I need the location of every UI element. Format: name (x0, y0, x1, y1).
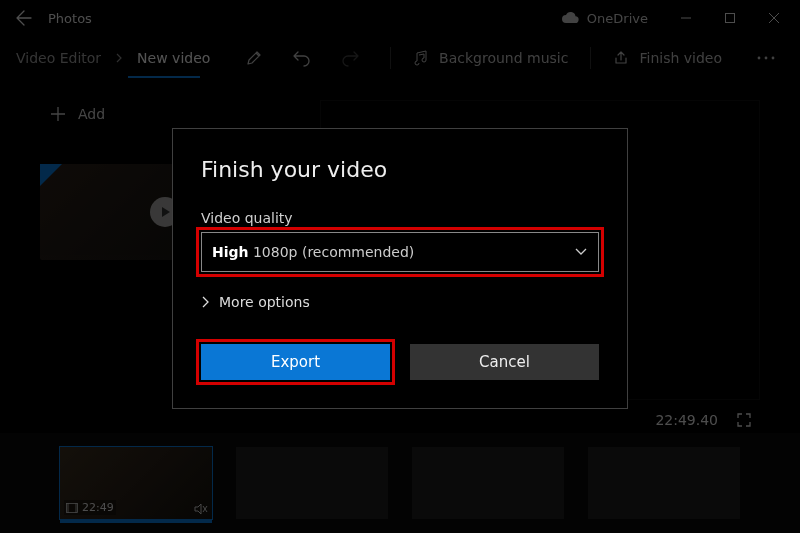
export-button-label: Export (271, 353, 320, 371)
dialog-title: Finish your video (201, 157, 599, 182)
more-options-toggle[interactable]: More options (201, 294, 599, 310)
modal-overlay: Finish your video Video quality High 108… (0, 0, 800, 533)
chevron-down-icon (574, 247, 588, 257)
export-button[interactable]: Export (201, 344, 390, 380)
video-quality-label: Video quality (201, 210, 599, 226)
finish-video-dialog: Finish your video Video quality High 108… (172, 128, 628, 409)
more-options-label: More options (219, 294, 310, 310)
cancel-button[interactable]: Cancel (410, 344, 599, 380)
cancel-button-label: Cancel (479, 353, 530, 371)
video-quality-value: High 1080p (recommended) (212, 244, 414, 260)
chevron-right-icon (201, 296, 209, 308)
video-quality-dropdown[interactable]: High 1080p (recommended) (201, 232, 599, 272)
